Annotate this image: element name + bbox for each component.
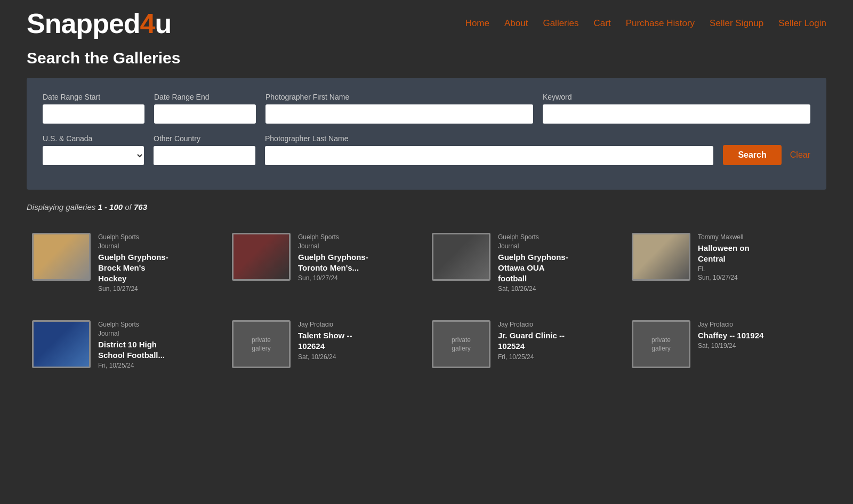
photographer-first-name-label: Photographer First Name xyxy=(265,93,533,101)
date-range-start-label: Date Range Start xyxy=(43,93,144,101)
gallery-info: Tommy MaxwellHalloween on CentralFLSun, … xyxy=(698,233,816,281)
gallery-info: Jay ProtacioJr. Guard Clinic -- 102524Fr… xyxy=(498,320,616,360)
clear-button[interactable]: Clear xyxy=(790,150,810,160)
date-range-end-field: Date Range End xyxy=(154,93,256,124)
gallery-name: Jr. Guard Clinic -- 102524 xyxy=(498,330,616,352)
logo-four: 4 xyxy=(140,8,155,39)
gallery-row-2: Guelph Sports JournalDistrict 10 High Sc… xyxy=(27,313,826,377)
nav-about[interactable]: About xyxy=(504,18,528,29)
gallery-item[interactable]: Guelph Sports JournalGuelph Gryphons- Br… xyxy=(27,225,227,300)
nav-purchase-history[interactable]: Purchase History xyxy=(626,18,695,29)
gallery-name: Guelph Gryphons- Brock Men's Hockey xyxy=(98,252,216,284)
date-range-end-input[interactable] xyxy=(154,104,256,124)
results-range: 1 - 100 xyxy=(98,202,123,212)
gallery-name: Talent Show -- 102624 xyxy=(298,330,416,352)
gallery-thumbnail xyxy=(32,320,91,368)
us-canada-label: U.S. & Canada xyxy=(43,134,144,143)
gallery-date: Sun, 10/27/24 xyxy=(98,285,216,292)
gallery-info: Guelph Sports JournalDistrict 10 High Sc… xyxy=(98,320,216,369)
gallery-source: Jay Protacio xyxy=(698,320,816,329)
gallery-info: Jay ProtacioTalent Show -- 102624Sat, 10… xyxy=(298,320,416,360)
nav-seller-login[interactable]: Seller Login xyxy=(778,18,826,29)
keyword-label: Keyword xyxy=(543,93,810,101)
gallery-grid: Guelph Sports JournalGuelph Gryphons- Br… xyxy=(0,220,853,405)
gallery-name: District 10 High School Football... xyxy=(98,339,216,361)
gallery-thumbnail: private gallery xyxy=(432,320,490,368)
date-range-start-input[interactable] xyxy=(43,104,144,124)
gallery-thumbnail: private gallery xyxy=(632,320,690,368)
gallery-info: Guelph Sports JournalGuelph Gryphons- To… xyxy=(298,233,416,282)
other-country-input[interactable] xyxy=(154,146,255,165)
main-nav: Home About Galleries Cart Purchase Histo… xyxy=(465,18,826,29)
gallery-name: Guelph Gryphons- Toronto Men's... xyxy=(298,252,416,274)
gallery-source: Guelph Sports Journal xyxy=(98,233,216,251)
date-range-start-field: Date Range Start xyxy=(43,93,144,124)
search-actions: Search Clear xyxy=(723,133,810,165)
nav-galleries[interactable]: Galleries xyxy=(543,18,578,29)
gallery-thumbnail xyxy=(32,233,91,281)
gallery-source: Guelph Sports Journal xyxy=(498,233,616,251)
private-gallery-label: private gallery xyxy=(248,332,274,357)
page-title: Search the Galleries xyxy=(0,43,853,78)
gallery-info: Jay ProtacioChaffey -- 101924Sat, 10/19/… xyxy=(698,320,816,349)
results-of-text: of xyxy=(123,202,134,212)
photographer-last-name-field: Photographer Last Name xyxy=(265,134,713,165)
gallery-thumbnail xyxy=(432,233,490,281)
gallery-item[interactable]: private galleryJay ProtacioTalent Show -… xyxy=(227,313,426,377)
gallery-source: Guelph Sports Journal xyxy=(298,233,416,251)
gallery-item[interactable]: private galleryJay ProtacioJr. Guard Cli… xyxy=(426,313,626,377)
nav-cart[interactable]: Cart xyxy=(594,18,611,29)
us-canada-select[interactable]: AlabamaAlaskaArizonaArkansasCaliforniaCo… xyxy=(43,146,144,165)
gallery-item[interactable]: private galleryJay ProtacioChaffey -- 10… xyxy=(626,313,826,377)
gallery-item[interactable]: Guelph Sports JournalDistrict 10 High Sc… xyxy=(27,313,227,377)
site-logo[interactable]: Snapped4u xyxy=(27,10,171,37)
other-country-label: Other Country xyxy=(154,134,255,143)
nav-home[interactable]: Home xyxy=(465,18,489,29)
private-gallery-label: private gallery xyxy=(648,332,674,357)
keyword-input[interactable] xyxy=(543,104,810,124)
gallery-info: Guelph Sports JournalGuelph Gryphons- Ot… xyxy=(498,233,616,292)
gallery-source: Jay Protacio xyxy=(498,320,616,329)
results-total: 763 xyxy=(134,202,147,212)
gallery-row-1: Guelph Sports JournalGuelph Gryphons- Br… xyxy=(27,225,826,300)
gallery-date: Sat, 10/19/24 xyxy=(698,342,816,349)
gallery-date: Sun, 10/27/24 xyxy=(298,274,416,282)
photographer-first-name-input[interactable] xyxy=(265,104,533,124)
gallery-item[interactable]: Tommy MaxwellHalloween on CentralFLSun, … xyxy=(626,225,826,300)
keyword-field: Keyword xyxy=(543,93,810,124)
photographer-last-name-label: Photographer Last Name xyxy=(265,134,713,143)
gallery-item[interactable]: Guelph Sports JournalGuelph Gryphons- To… xyxy=(227,225,426,300)
photographer-first-name-field: Photographer First Name xyxy=(265,93,533,124)
gallery-location: FL xyxy=(698,265,816,273)
logo-text-after: u xyxy=(155,8,172,39)
photographer-last-name-input[interactable] xyxy=(265,146,713,165)
gallery-name: Chaffey -- 101924 xyxy=(698,330,816,341)
gallery-thumbnail xyxy=(232,233,291,281)
date-range-end-label: Date Range End xyxy=(154,93,256,101)
gallery-item[interactable]: Guelph Sports JournalGuelph Gryphons- Ot… xyxy=(426,225,626,300)
gallery-info: Guelph Sports JournalGuelph Gryphons- Br… xyxy=(98,233,216,292)
gallery-source: Jay Protacio xyxy=(298,320,416,329)
gallery-name: Guelph Gryphons- Ottawa OUA football xyxy=(498,252,616,284)
other-country-field: Other Country xyxy=(154,134,255,165)
gallery-source: Guelph Sports Journal xyxy=(98,320,216,338)
results-display-text: Displaying galleries xyxy=(27,202,98,212)
logo-text-before: Snapped xyxy=(27,8,140,39)
search-panel: Date Range Start Date Range End Photogra… xyxy=(27,78,826,190)
gallery-source: Tommy Maxwell xyxy=(698,233,816,242)
site-header: Snapped4u Home About Galleries Cart Purc… xyxy=(0,0,853,43)
private-gallery-label: private gallery xyxy=(448,332,474,357)
gallery-date: Sun, 10/27/24 xyxy=(698,274,816,281)
gallery-name: Halloween on Central xyxy=(698,243,816,265)
search-button[interactable]: Search xyxy=(723,145,781,165)
nav-seller-signup[interactable]: Seller Signup xyxy=(710,18,763,29)
gallery-thumbnail xyxy=(632,233,690,281)
gallery-date: Fri, 10/25/24 xyxy=(498,353,616,361)
results-info: Displaying galleries 1 - 100 of 763 xyxy=(0,190,853,220)
gallery-thumbnail: private gallery xyxy=(232,320,291,368)
gallery-date: Sat, 10/26/24 xyxy=(298,353,416,361)
search-row-2: U.S. & Canada AlabamaAlaskaArizonaArkans… xyxy=(43,133,810,165)
gallery-date: Sat, 10/26/24 xyxy=(498,285,616,292)
us-canada-field: U.S. & Canada AlabamaAlaskaArizonaArkans… xyxy=(43,134,144,165)
gallery-date: Fri, 10/25/24 xyxy=(98,362,216,369)
